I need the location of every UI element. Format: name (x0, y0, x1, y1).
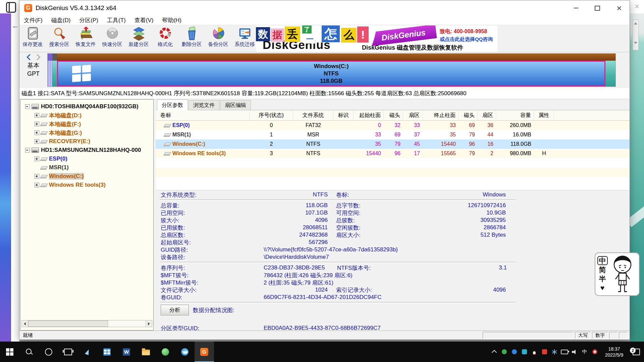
scroll-thumb[interactable] (28, 320, 108, 327)
partition-block-esp[interactable] (48, 54, 52, 86)
tree-item-windows-c[interactable]: Windows(C:) (20, 172, 153, 181)
partition-block-windows-c[interactable]: Windows(C:) NTFS 118.0GB (57, 54, 605, 86)
expander-collapsed-icon[interactable] (35, 183, 39, 187)
status-spacer (483, 332, 574, 339)
expander-collapsed-icon[interactable] (35, 113, 39, 118)
scroll-right-arrow[interactable] (146, 320, 152, 327)
banner-qq-link[interactable]: 或点击此处选择QQ咨询 (440, 36, 493, 43)
analyze-button[interactable]: 分析 (161, 305, 189, 315)
expander-collapsed-icon[interactable] (35, 139, 39, 144)
next-disk-arrow-icon[interactable] (34, 54, 40, 60)
disk-tree-panel: HD0:TOSHIBAMQ04ABF100(932GB) 本地磁盘(D:) 本地… (20, 99, 154, 330)
backup-partition-icon (211, 26, 225, 41)
menu-help[interactable]: 帮助(H) (158, 16, 186, 24)
detail-value: \Device\HarddiskVolume7 (256, 254, 329, 260)
tree-item-local-d[interactable]: 本地磁盘(D:) (20, 111, 153, 120)
quick-partition-button[interactable]: 快速分区 (99, 25, 125, 52)
tray-icon-redwhite[interactable] (590, 342, 600, 362)
taskbar-app-lightning[interactable] (78, 342, 97, 362)
start-button[interactable] (0, 342, 19, 362)
system-migration-button[interactable]: 系统迁移 (231, 25, 258, 52)
taskbar-file-explorer[interactable] (136, 342, 156, 362)
green-app-icon (502, 349, 507, 354)
expander-expanded-icon[interactable] (25, 104, 30, 109)
expander-expanded-icon[interactable] (25, 148, 30, 153)
taskbar-app-edge[interactable] (175, 342, 195, 362)
menu-tools[interactable]: 工具(T) (103, 16, 130, 24)
chevron-up-icon (491, 350, 497, 355)
main-area: HD0:TOSHIBAMQ04ABF100(932GB) 本地磁盘(D:) 本地… (19, 99, 630, 330)
tab-browse-files[interactable]: 浏览文件 (189, 100, 219, 110)
tab-partition-params[interactable]: 分区参数 (157, 100, 188, 110)
tray-volume[interactable] (570, 342, 580, 362)
menu-file[interactable]: 文件(F) (19, 16, 47, 24)
table-row-windows-c-selected[interactable]: Windows(C:) 2 NTFS 35 79 45 15440 96 16 … (156, 139, 630, 149)
table-row-empty (156, 177, 630, 186)
table-row-windows-re-tools[interactable]: Windows RE tools(3) 3 NTFS 15440 96 17 1… (156, 149, 630, 158)
tray-icon-teal[interactable] (519, 342, 529, 362)
delete-partition-button[interactable]: 删除分区 (178, 25, 205, 52)
save-changes-button[interactable]: 保存更改 (19, 25, 46, 52)
partition-block-msr[interactable] (52, 54, 57, 86)
tree-item-hd0[interactable]: HD0:TOSHIBAMQ04ABF100(932GB) (20, 102, 153, 111)
tree-item-local-g[interactable]: 本地磁盘(G:) (20, 128, 153, 137)
scroll-left-arrow[interactable] (22, 320, 28, 327)
format-button[interactable]: 格式化 (152, 25, 178, 52)
tree-item-recovery-e[interactable]: RECOVERY(E:) (20, 137, 153, 146)
cortana-button[interactable] (39, 342, 58, 362)
tree-item-msr[interactable]: MSR(1) (20, 163, 153, 172)
expander-collapsed-icon[interactable] (35, 174, 39, 179)
action-center-button[interactable]: 2 (629, 342, 644, 362)
taskbar-app-diskgenius-active[interactable]: G (195, 342, 214, 362)
table-row-esp[interactable]: ESP(0) 0 FAT32 0 32 33 33 69 36 260.0MB (156, 121, 630, 130)
tray-icon-snowflake[interactable] (549, 342, 559, 362)
tray-icon-blue[interactable] (509, 342, 519, 362)
store-icon (103, 348, 111, 356)
new-partition-button[interactable]: 新建分区 (125, 25, 152, 52)
menu-view[interactable]: 查看(V) (130, 16, 158, 24)
scroll-track[interactable] (28, 320, 146, 327)
menu-disk[interactable]: 磁盘(D) (47, 16, 75, 24)
menu-partition[interactable]: 分区(P) (75, 16, 103, 24)
partition-block-re-tools[interactable] (605, 54, 615, 86)
expander-collapsed-icon[interactable] (35, 122, 39, 126)
tray-icon-red[interactable] (539, 342, 549, 362)
minimize-button[interactable] (565, 0, 587, 16)
expander-collapsed-icon[interactable] (35, 130, 39, 135)
window-title: DiskGenius V5.4.3.1342 x64 (36, 4, 116, 12)
taskbar-app-store[interactable] (97, 342, 117, 362)
tray-ime-indicator[interactable]: 中 (580, 342, 590, 362)
minimize-icon (574, 8, 578, 8)
desktop-wallpaper-left (0, 13, 11, 342)
taskbar-search-button[interactable] (19, 342, 39, 362)
tree-item-hd1[interactable]: HD1:SAMSUNGMZNLN128HAHQ-000 (20, 146, 153, 155)
tray-icon-green[interactable] (499, 342, 509, 362)
tree-item-local-f[interactable]: 本地磁盘(F:) (20, 120, 153, 128)
taskbar-clock[interactable]: 18:37 2022/5/9 (600, 346, 629, 358)
advertisement-banner[interactable]: DiskGenius 数 据 丢 了 一 怎 么 ! DiskGenius 致电… (256, 25, 497, 52)
lightning-icon (85, 349, 91, 355)
tab-sector-edit[interactable]: 扇区编辑 (220, 100, 251, 110)
tray-show-hidden-icons[interactable] (489, 342, 499, 362)
qq-penguin-icon (532, 349, 537, 355)
backup-partition-button[interactable]: 备份分区 (205, 25, 231, 52)
taskbar-app-browser-green[interactable] (156, 342, 175, 362)
tree-item-windows-re-tools[interactable]: Windows RE tools(3) (20, 181, 153, 189)
background-window-edge: ← (11, 13, 19, 342)
expander-collapsed-icon[interactable] (35, 157, 39, 161)
tree-item-esp[interactable]: ESP(0) (20, 155, 153, 163)
prev-disk-arrow-icon[interactable] (26, 54, 33, 60)
close-button[interactable] (608, 0, 630, 16)
partition-icon (41, 183, 47, 187)
data-allocation-map-label: 数据分配情况图: (193, 306, 234, 314)
recover-files-button[interactable]: 恢复文件 (72, 25, 99, 52)
tree-horizontal-scrollbar[interactable] (21, 320, 152, 327)
taskbar-app-word[interactable]: W (117, 342, 136, 362)
search-partition-button[interactable]: 搜索分区 (46, 25, 72, 52)
maximize-button[interactable] (587, 0, 608, 16)
tray-battery[interactable] (559, 342, 570, 362)
task-view-button[interactable] (58, 342, 78, 362)
tray-icon-qq[interactable] (529, 342, 539, 362)
partition-icon (41, 131, 47, 135)
table-row-msr[interactable]: MSR(1) 1 MSR 33 69 37 35 79 44 16.0MB (156, 130, 630, 139)
